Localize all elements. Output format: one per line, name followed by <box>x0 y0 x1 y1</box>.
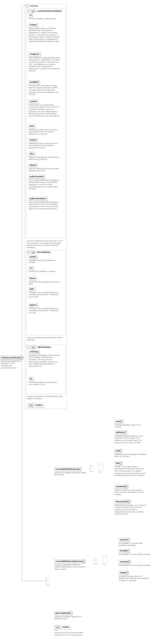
geo-area-details: geoAreaDetails + <box>54 611 72 615</box>
expand-icon[interactable]: + <box>70 612 73 614</box>
expand-icon[interactable]: + <box>120 450 122 452</box>
element-desc: Extension point for provider-defined pro… <box>54 632 87 636</box>
attr-label: howuri <box>30 139 37 141</box>
attr-desc: A URI which identifies a concept. <box>29 270 61 272</box>
collapse-icon[interactable]: − <box>27 251 30 254</box>
attr-label: pubconstraint <box>30 176 43 178</box>
attr-desc: One or many constraints that apply to pu… <box>29 179 61 190</box>
child-label: name <box>116 420 121 422</box>
group-desc: A group of attributes for all elements o… <box>27 240 65 248</box>
child-label: broader <box>120 550 128 552</box>
child-label: hierarchyInfo <box>116 500 129 503</box>
expand-icon[interactable]: + <box>126 572 129 574</box>
expand-icon[interactable]: + <box>128 560 131 563</box>
attr-label: custom <box>30 100 37 102</box>
expand-icon[interactable]: − <box>79 468 82 470</box>
element-name: geoAreaDetails <box>55 612 71 614</box>
concept-relationships-group: ConceptRelationshipsGroup − <box>54 560 85 563</box>
any-prefix: any <box>29 404 34 407</box>
child-label: narrower <box>120 560 129 563</box>
child-sameAs: sameAs + <box>119 538 129 542</box>
attr-xml:lang: xml:lang <box>29 350 39 354</box>
attr-label: qcode <box>30 256 36 258</box>
child-desc: A link to an item or a web resource whic… <box>115 489 147 496</box>
attr-label: typeuri <box>30 304 37 306</box>
expand-icon[interactable]: + <box>120 462 123 464</box>
any-other-element: any ##other <box>54 625 70 629</box>
group-name: ConceptDefinitionGroup <box>55 468 80 470</box>
child-label: related <box>120 572 127 574</box>
multiplicity: 0..∞ <box>103 564 107 565</box>
attr-creator: creator <box>29 23 38 27</box>
collapse-icon[interactable]: − <box>26 5 29 7</box>
expand-icon[interactable]: + <box>127 550 130 552</box>
attr-label: pubconstrainturi <box>30 198 46 200</box>
attr-why: why <box>29 152 35 156</box>
attr-pubconstraint: pubconstraint <box>29 175 45 178</box>
expand-icon[interactable]: + <box>121 420 123 423</box>
child-broader: broader + <box>119 549 129 553</box>
group-title: commonPowerAttributes <box>37 10 62 12</box>
attr-dir: dir <box>29 377 34 381</box>
attr-desc: Indicates by which means the value was e… <box>29 128 61 135</box>
sequence-connector: ⋯ <box>90 466 93 471</box>
child-label: definition <box>116 431 125 434</box>
expand-icon[interactable]: + <box>127 538 130 541</box>
group-title: flexAttributes <box>37 251 51 253</box>
child-desc: An identifier of a more specific concept… <box>119 564 151 566</box>
attr-how: how <box>29 124 35 128</box>
expand-icon[interactable]: + <box>125 431 127 434</box>
child-desc: A natural language name for the concept. <box>115 424 147 428</box>
group-name: ConceptRelationshipsGroup <box>55 560 84 562</box>
child-note: note + <box>115 449 121 453</box>
expand-icon[interactable]: − <box>83 560 86 562</box>
child-label: facet <box>116 462 121 464</box>
attr-label: creatoruri <box>30 53 39 55</box>
attr-desc: Specifies the language of this property … <box>29 354 61 368</box>
child-desc: An identifier of a concept with equivale… <box>119 542 151 546</box>
attr-desc: The type of the concept assigned as cont… <box>29 292 61 298</box>
child-facet: facet + <box>115 461 122 465</box>
attr-desc: A free-text value assigned as property v… <box>29 281 61 285</box>
child-definition: definition + <box>115 430 126 434</box>
attr-pubconstrainturi: pubconstrainturi <box>29 197 47 200</box>
expand-icon[interactable]: − <box>21 356 24 359</box>
attr-typeuri: typeuri <box>29 303 38 307</box>
group-desc: A group of properties required to define… <box>54 472 87 476</box>
root-type-label: FlexGeoAreaPropType <box>2 356 24 359</box>
child-hierarchyInfo: hierarchyInfo + <box>115 500 130 504</box>
expand-icon[interactable]: + <box>128 500 131 503</box>
attr-uri: uri <box>29 266 34 270</box>
collapse-icon[interactable]: − <box>27 346 30 348</box>
child-desc: An identifier of a more generic concept. <box>119 553 151 556</box>
child-label: sameAs <box>120 538 128 541</box>
any-other-name: ##other <box>35 404 43 406</box>
attr-label: literal <box>30 277 35 280</box>
group-desc: A group of attributes associated with fl… <box>27 336 65 341</box>
collapse-icon[interactable]: − <box>27 10 30 12</box>
child-name: name + <box>115 420 122 424</box>
any-other-name: ##other <box>62 626 69 628</box>
attr-label: why <box>30 152 34 155</box>
attr-literal: literal <box>29 276 36 280</box>
attr-desc: One or many constraints that apply to pu… <box>29 201 61 210</box>
attr-label: id <box>30 14 32 16</box>
attributes-label: attributes <box>30 5 38 7</box>
attr-label: xml:lang <box>30 350 38 353</box>
grp-tag: grp <box>31 346 36 349</box>
element-desc: A group of properties specific to a geop… <box>54 616 87 620</box>
any-prefix: any <box>55 626 60 629</box>
attr-label: dir <box>30 378 32 380</box>
attr-label: modified <box>30 81 38 83</box>
child-desc: In NAR 1.8 and later, facet is deprecate… <box>115 466 147 477</box>
sequence-connector: ⋯ <box>94 558 97 564</box>
child-desc: Represents the position of a concept in … <box>115 504 147 515</box>
expand-icon[interactable]: + <box>126 485 129 488</box>
attr-desc: Indicates by which means the value was e… <box>29 142 61 149</box>
attr-desc: The date (and, optionally, the time) whe… <box>29 84 61 96</box>
child-narrower: narrower + <box>119 560 130 564</box>
attr-modified: modified <box>29 80 40 84</box>
attr-whyuri: whyuri <box>29 163 37 167</box>
concept-definition-group: ConceptDefinitionGroup − <box>54 467 81 471</box>
attr-howuri: howuri <box>29 138 38 142</box>
